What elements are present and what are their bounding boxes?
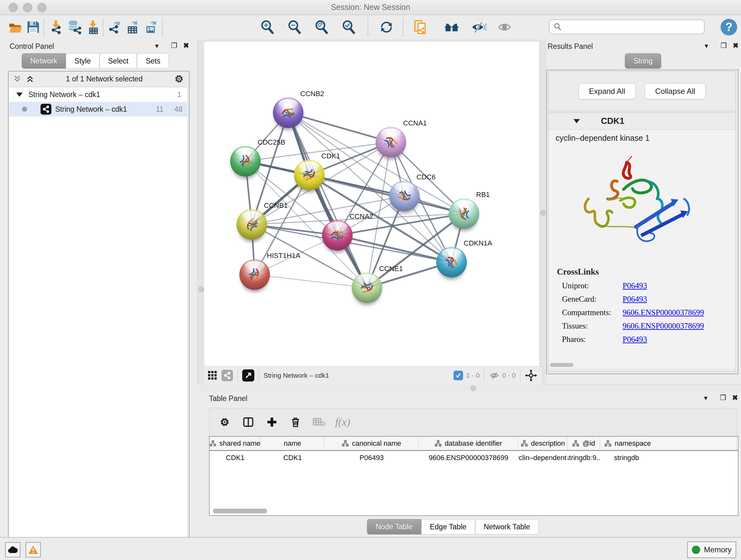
table-cell[interactable]: stringdb:9... [568,451,600,465]
expand-all-networks-icon[interactable] [12,74,22,84]
save-session-button[interactable] [25,19,42,36]
table-panel-close-icon[interactable]: ✖ [732,394,738,402]
table-cell[interactable]: P06493 [325,451,419,465]
search-input[interactable] [562,22,690,31]
network-node-ccne1[interactable] [352,272,382,303]
home-button[interactable] [443,19,460,36]
network-node-cdc25b[interactable] [230,146,261,177]
left-splitter[interactable] [197,40,205,384]
tab-select[interactable]: Select [99,53,137,69]
column-header-name[interactable]: name [261,437,325,450]
table-cell[interactable]: 9606.ENSP00000378699 [419,451,518,465]
network-node-cdkn1a[interactable] [436,247,467,277]
table-panel-collapse-icon[interactable]: ▾ [704,394,708,402]
zoom-fit-button[interactable] [313,19,330,36]
protein-entry-header[interactable]: CDK1 [549,113,736,130]
tab-string[interactable]: String [625,53,661,69]
network-edge[interactable] [255,274,367,288]
import-network-database-button[interactable] [66,19,82,36]
export-network-button[interactable] [106,19,123,36]
add-column-button[interactable] [262,413,281,432]
refresh-button[interactable] [378,19,395,36]
table-cell[interactable]: stringdb [600,451,737,465]
crosslink-link[interactable]: 9606.ENSP00000378699 [623,321,704,330]
control-panel-collapse-icon[interactable]: ▾ [155,42,158,50]
results-panel-collapse-icon[interactable]: ▾ [704,42,708,50]
right-splitter[interactable] [539,40,547,384]
network-view-icon[interactable] [221,370,233,381]
splitter-grip[interactable] [540,210,546,216]
column-header-namespace[interactable]: namespace [600,437,737,450]
warnings-button[interactable] [25,542,41,557]
network-edge[interactable] [288,113,367,288]
zoom-selected-button[interactable] [340,19,357,36]
network-node-ccna1[interactable] [376,127,406,158]
tab-network-table[interactable]: Network Table [475,519,539,535]
network-canvas[interactable]: CCNB2CCNA1CDC25BCDK1CDC6RB1CCNB1CCNA2CDK… [204,41,539,367]
bottom-splitter[interactable] [200,384,741,393]
network-node-rb1[interactable] [449,198,479,229]
export-table-button[interactable] [124,19,141,36]
import-table-file-button[interactable] [85,19,102,36]
results-panel-float-icon[interactable]: ❒ [721,42,727,50]
crosslink-link[interactable]: 9606.ENSP00000378699 [623,308,704,317]
network-node-hist1h1a[interactable] [239,259,270,290]
table-cell[interactable]: CDK1 [261,451,325,465]
show-columns-button[interactable] [239,413,258,432]
hide-selected-button[interactable] [470,19,487,36]
tab-node-table[interactable]: Node Table [367,519,421,535]
zoom-out-button[interactable] [286,19,303,36]
delete-table-button[interactable] [310,413,329,432]
column-header-shared-name[interactable]: shared name [210,437,261,450]
grid-view-icon[interactable] [207,370,218,381]
tab-sets[interactable]: Sets [137,53,169,69]
duplicate-network-button[interactable] [412,19,429,36]
pan-crosshair-icon[interactable] [525,369,537,381]
network-node-cdk1[interactable] [294,160,325,190]
expand-all-button[interactable]: Expand All [579,83,636,99]
crosslink-link[interactable]: P06493 [623,335,647,344]
collapse-all-button[interactable]: Collapse All [645,83,705,99]
control-panel-close-icon[interactable]: ✖ [183,42,189,50]
help-button[interactable]: ? [721,19,737,36]
delete-column-button[interactable] [286,413,305,432]
control-panel-float-icon[interactable]: ❒ [171,42,178,50]
tab-network[interactable]: Network [22,53,66,69]
results-scrollbar-thumb[interactable] [550,363,574,367]
hidden-items-icon[interactable] [489,371,500,380]
collection-expander-icon[interactable] [16,92,23,97]
table-panel-float-icon[interactable]: ❒ [720,394,726,402]
network-options-gear-icon[interactable] [174,73,185,84]
table-scrollbar-thumb[interactable] [213,509,267,513]
column-header-description[interactable]: description [518,437,568,450]
column-header-database-identifier[interactable]: database identifier [419,437,518,450]
network-node-ccna2[interactable] [322,220,353,251]
table-cell[interactable]: cyclin–dependent ... [518,451,568,465]
network-collection-row[interactable]: String Network – cdk1 1 [9,87,187,102]
zoom-in-button[interactable] [259,19,276,36]
detach-view-icon[interactable] [242,369,254,381]
import-network-file-button[interactable] [48,19,64,36]
selected-nodes-checkbox[interactable] [454,371,463,380]
network-node-ccnb2[interactable] [273,98,304,128]
entry-expander-icon[interactable] [574,119,580,123]
tab-style[interactable]: Style [66,53,99,69]
network-edge[interactable] [337,235,452,262]
show-all-button[interactable] [496,19,513,36]
splitter-grip[interactable] [470,385,476,391]
table-options-button[interactable] [215,413,234,432]
network-row[interactable]: String Network – cdk1 11 48 [9,102,187,117]
results-panel-close-icon[interactable]: ✖ [733,42,738,50]
crosslink-link[interactable]: P06493 [623,295,647,304]
table-row[interactable]: CDK1CDK1P064939606.ENSP00000378699cyclin… [210,451,738,465]
network-node-ccnb1[interactable] [237,209,267,240]
table-cell[interactable]: CDK1 [210,451,261,465]
open-session-button[interactable] [7,19,23,36]
column-header-canonical-name[interactable]: canonical name [325,437,419,450]
crosslink-link[interactable]: P06493 [623,281,647,290]
export-image-button[interactable] [142,19,159,36]
collapse-all-networks-icon[interactable] [25,74,35,84]
splitter-grip[interactable] [198,287,204,292]
network-node-cdc6[interactable] [389,181,420,211]
tab-edge-table[interactable]: Edge Table [421,519,475,535]
